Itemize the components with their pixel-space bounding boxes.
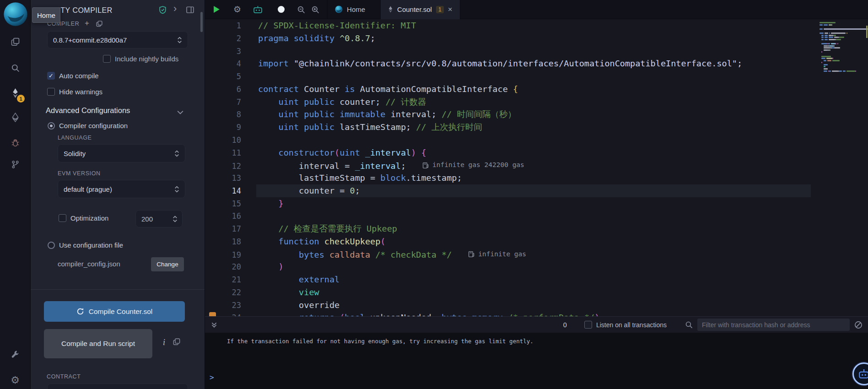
info-icon[interactable]: i: [160, 337, 168, 348]
contract-section-label: CONTRACT: [47, 373, 81, 380]
search-icon[interactable]: [0, 58, 30, 78]
change-config-button[interactable]: Change: [151, 257, 184, 271]
code-line[interactable]: 8 uint public immutable interval; // 时间间…: [205, 108, 868, 121]
auto-compile-checkbox[interactable]: [47, 72, 55, 80]
code-line[interactable]: 17 // 检查是否需要执行 Upkeep: [205, 222, 868, 235]
code-line[interactable]: 7 uint public counter; // 计数器: [205, 96, 868, 108]
nightly-builds-label: Include nightly builds: [115, 55, 178, 63]
compile-and-run-button[interactable]: Compile and Run script: [44, 329, 152, 358]
code-line[interactable]: 16: [205, 210, 868, 222]
language-label: LANGUAGE: [58, 135, 92, 141]
contract-select[interactable]: [47, 384, 188, 389]
updown-icon: [173, 216, 178, 222]
panel-scrollbar[interactable]: [200, 12, 203, 32]
zoom-out-icon[interactable]: [297, 5, 305, 14]
code-line[interactable]: 9 uint public lastTimeStamp; // 上次执行时间: [205, 121, 868, 134]
nightly-builds-checkbox[interactable]: [103, 55, 111, 63]
chevron-down-icon[interactable]: [177, 109, 183, 116]
listen-all-transactions-checkbox[interactable]: [584, 321, 592, 329]
compiler-version-value: 0.8.7+commit.e28d00a7: [53, 36, 127, 44]
code-line[interactable]: 2pragma solidity ^0.8.7;: [205, 32, 868, 45]
terminal-header: 0 Listen on all transactions: [205, 316, 868, 333]
settings-icon[interactable]: ⚙: [0, 370, 30, 389]
refresh-icon: [76, 308, 84, 315]
ai-copilot-robot-icon[interactable]: [253, 5, 263, 13]
tab-home-label: Home: [347, 5, 365, 13]
code-line[interactable]: 22 view: [205, 286, 868, 299]
compile-button-label: Compile Counter.sol: [89, 308, 153, 316]
code-line[interactable]: 6contract Counter is AutomationCompatibl…: [205, 83, 868, 96]
minimap[interactable]: [818, 22, 868, 72]
shield-icon[interactable]: [159, 6, 166, 15]
compiler-configuration-radio[interactable]: [48, 122, 55, 130]
editor-settings-gear-icon[interactable]: ⚙: [233, 4, 241, 15]
run-script-icon[interactable]: [213, 5, 220, 13]
terminal-body: If the transaction failed for not having…: [205, 333, 868, 389]
gear-icon: ⚙: [11, 375, 20, 385]
code-line[interactable]: 15 }: [205, 197, 868, 210]
use-configuration-file-radio[interactable]: [48, 242, 55, 249]
solidity-compiler-icon[interactable]: 1: [0, 83, 30, 103]
deploy-run-icon[interactable]: [0, 107, 30, 127]
debugger-icon[interactable]: [0, 132, 30, 152]
compile-button[interactable]: Compile Counter.sol: [44, 301, 185, 322]
panel-layout-icon[interactable]: [186, 6, 194, 15]
tab-counter-label: Counter.sol: [397, 5, 432, 13]
zoom-in-icon[interactable]: [311, 5, 319, 14]
code-line[interactable]: 19 bytes calldata /* checkData */infinit…: [205, 248, 868, 261]
code-line[interactable]: 10: [205, 134, 868, 146]
copy-version-icon[interactable]: [96, 21, 102, 28]
icon-rail: 1 ⚙: [0, 0, 31, 389]
copilot-toggle[interactable]: [269, 5, 286, 14]
main-area: ⚙ Home Counter.sol 1 ×: [205, 0, 868, 389]
plus-icon[interactable]: +: [85, 19, 89, 28]
evm-version-value: default (prague): [64, 185, 112, 193]
close-tab-icon[interactable]: ×: [448, 5, 453, 14]
file-explorer-icon[interactable]: [0, 32, 30, 52]
optimization-runs-input[interactable]: [140, 215, 166, 223]
code-action-lightbulb-icon[interactable]: [209, 312, 216, 316]
code-line[interactable]: 11 constructor(uint _interval) {: [205, 146, 868, 159]
transaction-filter-input[interactable]: [697, 319, 850, 331]
use-configuration-file-label: Use configuration file: [59, 241, 123, 249]
compile-and-run-label: Compile and Run script: [61, 339, 135, 349]
clear-console-icon[interactable]: [854, 321, 863, 329]
tab-bar: ⚙ Home Counter.sol 1 ×: [205, 0, 868, 19]
code-line[interactable]: 3: [205, 45, 868, 58]
transaction-count: 0: [563, 321, 567, 329]
code-line[interactable]: 1// SPDX-License-Identifier: MIT: [205, 19, 868, 32]
tab-warning-badge: 1: [436, 6, 444, 13]
optimization-checkbox[interactable]: [59, 214, 66, 222]
language-select[interactable]: Solidity: [58, 144, 185, 162]
evm-version-label: EVM VERSION: [58, 170, 101, 177]
code-line[interactable]: 23 override: [205, 299, 868, 312]
evm-version-select[interactable]: default (prague): [58, 180, 185, 198]
terminal-prompt[interactable]: >: [210, 373, 214, 382]
code-line[interactable]: 14 counter = 0;: [205, 184, 868, 197]
hide-warnings-checkbox[interactable]: [47, 88, 55, 96]
tab-counter-sol[interactable]: Counter.sol 1 ×: [381, 0, 460, 19]
chevron-right-icon[interactable]: ›: [173, 3, 177, 15]
advanced-configurations-title[interactable]: Advanced Configurations: [46, 106, 130, 115]
auto-compile-label: Auto compile: [59, 72, 99, 80]
remix-logo-icon[interactable]: [3, 2, 28, 27]
code-line[interactable]: 13 lastTimeStamp = block.timestamp;: [205, 172, 868, 184]
code-line[interactable]: 21 external: [205, 273, 868, 286]
gas-estimate-hint: infinite gas 242200 gas: [422, 159, 524, 172]
terminal-search-icon[interactable]: [685, 321, 693, 329]
code-line[interactable]: 18 function checkUpkeep(: [205, 235, 868, 248]
code-line[interactable]: 4import "@chainlink/contracts/src/v0.8/a…: [205, 57, 868, 70]
language-value: Solidity: [64, 150, 86, 157]
copy-icon[interactable]: [173, 338, 180, 347]
tab-home[interactable]: Home: [328, 0, 372, 19]
home-tooltip: Home: [32, 7, 60, 23]
expand-terminal-icon[interactable]: [211, 322, 217, 328]
code-line[interactable]: 12 interval = _interval;infinite gas 242…: [205, 159, 868, 172]
compiler-version-select[interactable]: 0.8.7+commit.e28d00a7: [47, 31, 188, 49]
tools-icon[interactable]: [0, 344, 30, 364]
code-line[interactable]: 24 returns (bool upkeepNeeded, bytes mem…: [205, 311, 868, 316]
hide-warnings-label: Hide warnings: [59, 88, 102, 96]
code-line[interactable]: 20 ): [205, 260, 868, 273]
code-line[interactable]: 5: [205, 70, 868, 83]
git-branch-icon[interactable]: [0, 154, 30, 174]
